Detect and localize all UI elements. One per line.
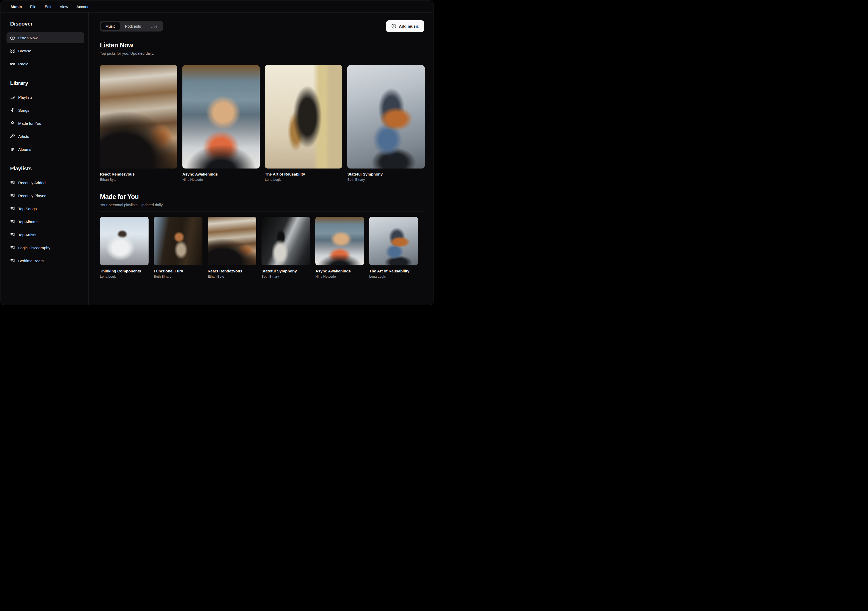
sidebar-item-recently-added[interactable]: Recently Added [6,177,84,188]
playlist-artist: Beth Binary [154,275,202,278]
playlist-cover[interactable] [100,217,149,265]
playlist-cover[interactable] [154,217,202,265]
sidebar-item-label: Browse [18,49,31,53]
sidebar-item-albums[interactable]: Albums [6,144,84,155]
sidebar-item-label: Top Albums [18,219,39,224]
tab-list: Music Podcasts Live [100,21,163,31]
menu-music[interactable]: Music [7,3,25,11]
sidebar-section-library: Library Playlists Songs Made for You Art… [1,80,88,155]
made-for-you-card-row: Thinking Components Lena Logic Functiona… [100,217,424,278]
sidebar-item-playlists[interactable]: Playlists [6,92,84,103]
album-title: Stateful Symphony [347,172,425,176]
sidebar-heading-playlists: Playlists [6,165,84,172]
playlist-title: Stateful Symphony [262,269,310,273]
menu-edit[interactable]: Edit [41,3,55,11]
sidebar-item-listen-now[interactable]: Listen Now [6,32,84,43]
microphone-icon [10,134,15,138]
album-title: React Rendezvous [100,172,177,176]
menu-account[interactable]: Account [73,3,94,11]
playlist-card[interactable]: React Rendezvous Ethan Byte [208,217,256,278]
sidebar-item-recently-played[interactable]: Recently Played [6,190,84,201]
playlist-cover[interactable] [369,217,418,265]
album-artist: Ethan Byte [100,177,177,182]
user-icon [10,121,15,126]
playlist-card[interactable]: Functional Fury Beth Binary [154,217,202,278]
album-title: The Art of Reusability [265,172,342,176]
library-icon [10,147,15,152]
sidebar-item-label: Recently Added [18,180,45,185]
sidebar-item-label: Made for You [18,121,41,126]
list-music-icon [10,180,15,185]
list-music-icon [10,219,15,224]
list-music-icon [10,95,15,100]
sidebar-heading-discover: Discover [6,20,84,27]
tab-podcasts[interactable]: Podcasts [121,22,146,31]
sidebar-item-top-songs[interactable]: Top Songs [6,203,84,214]
sidebar-item-label: Recently Played [18,193,46,198]
list-music-icon [10,232,15,237]
album-title: Async Awakenings [182,172,260,176]
playlist-artist: Lena Logic [100,275,149,278]
sidebar-item-radio[interactable]: Radio [6,58,84,69]
playlist-title: Functional Fury [154,269,202,273]
sidebar-item-label: Albums [18,147,31,152]
sidebar-item-songs[interactable]: Songs [6,105,84,116]
sidebar-item-made-for-you[interactable]: Made for You [6,118,84,129]
playlist-card[interactable]: Stateful Symphony Beth Binary [262,217,310,278]
album-cover[interactable] [182,65,260,168]
tab-music[interactable]: Music [101,22,120,31]
album-card[interactable]: React Rendezvous Ethan Byte [100,65,177,182]
list-music-icon [10,245,15,250]
playlist-title: Thinking Components [100,269,149,273]
sidebar-item-label: Playlists [18,95,33,100]
sidebar-item-browse[interactable]: Browse [6,45,84,56]
list-music-icon [10,206,15,211]
sidebar-item-label: Top Artists [18,233,36,237]
playlist-card[interactable]: The Art of Reusability Lena Logic [369,217,418,278]
sidebar-section-discover: Discover Listen Now Browse Radio [1,20,88,69]
sidebar: Discover Listen Now Browse Radio Library [1,12,89,305]
playlist-artist: Ethan Byte [208,275,256,278]
sidebar-item-top-albums[interactable]: Top Albums [6,216,84,227]
separator [100,211,424,211]
circle-play-icon [10,36,15,40]
album-artist: Lena Logic [265,177,342,182]
playlist-cover[interactable] [315,217,364,265]
sidebar-item-label: Listen Now [18,36,37,40]
sidebar-item-artists[interactable]: Artists [6,131,84,141]
topbar: Music Podcasts Live Add music [100,20,424,32]
sidebar-item-label: Bedtime Beats [18,259,44,263]
add-music-button[interactable]: Add music [386,20,424,32]
layout-grid-icon [10,48,15,53]
album-cover[interactable] [347,65,425,168]
sidebar-item-label: Radio [18,62,28,66]
menu-view[interactable]: View [56,3,72,11]
sidebar-item-logic-discography[interactable]: Logic Discography [6,242,84,253]
sidebar-item-top-artists[interactable]: Top Artists [6,229,84,240]
playlist-card[interactable]: Thinking Components Lena Logic [100,217,149,278]
sidebar-heading-library: Library [6,80,84,87]
album-artist: Nina Netcode [182,177,260,182]
album-card[interactable]: The Art of Reusability Lena Logic [265,65,342,182]
menu-file[interactable]: File [26,3,40,11]
section-title-listen-now: Listen Now [100,41,424,49]
album-card[interactable]: Stateful Symphony Beth Binary [347,65,425,182]
sidebar-section-playlists: Playlists Recently Added Recently Played… [1,165,88,266]
album-card[interactable]: Async Awakenings Nina Netcode [182,65,260,182]
sidebar-item-label: Top Songs [18,207,37,211]
app-window: Music File Edit View Account Discover Li… [0,0,434,305]
playlist-cover[interactable] [208,217,256,265]
album-cover[interactable] [265,65,342,168]
sidebar-item-label: Songs [18,108,29,112]
album-cover[interactable] [100,65,177,168]
playlist-card[interactable]: Async Awakenings Nina Netcode [315,217,364,278]
list-music-icon [10,258,15,263]
section-title-made-for-you: Made for You [100,193,424,201]
section-subtitle-listen-now: Top picks for you. Updated daily. [100,51,424,56]
playlist-artist: Lena Logic [369,275,418,278]
sidebar-item-label: Artists [18,134,29,138]
playlist-title: React Rendezvous [208,269,256,273]
playlist-artist: Beth Binary [262,275,310,278]
playlist-cover[interactable] [262,217,310,265]
sidebar-item-bedtime-beats[interactable]: Bedtime Beats [6,255,84,266]
